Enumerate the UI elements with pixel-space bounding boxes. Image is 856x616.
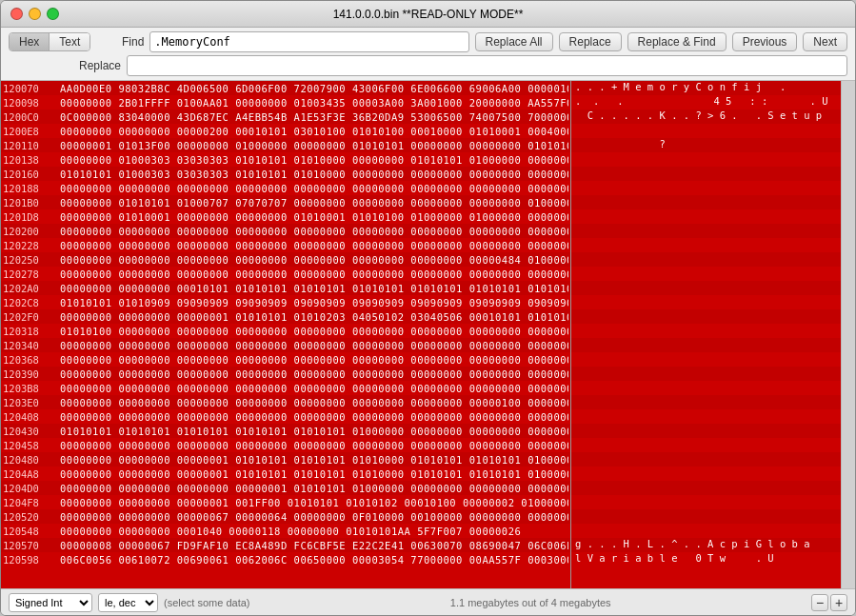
text-row[interactable] bbox=[571, 324, 841, 338]
statusbar: Signed Int Unsigned Int Float le, dec be… bbox=[1, 588, 855, 615]
text-row[interactable] bbox=[571, 381, 841, 395]
hex-row[interactable]: 12022800000000 00000000 00000000 0000000… bbox=[1, 238, 570, 252]
text-row[interactable] bbox=[571, 238, 841, 252]
row-bytes: 00000000 00000000 00000200 00010101 0301… bbox=[60, 126, 568, 137]
hex-row[interactable]: 12039000000000 00000000 00000000 0000000… bbox=[1, 367, 570, 381]
replace-all-button[interactable]: Replace All bbox=[475, 32, 553, 51]
find-input[interactable] bbox=[149, 31, 468, 52]
hex-row[interactable]: 1202A000000000 00000000 00010101 0101010… bbox=[1, 281, 570, 295]
hex-row[interactable]: 1201D800000000 01010001 00000000 0000000… bbox=[1, 209, 570, 224]
hex-row[interactable]: 12052000000000 00000000 00000067 0000006… bbox=[1, 509, 570, 524]
text-row[interactable] bbox=[571, 352, 841, 367]
text-row[interactable] bbox=[571, 495, 841, 509]
text-row[interactable] bbox=[571, 438, 841, 452]
close-button[interactable] bbox=[10, 8, 23, 20]
hex-row[interactable]: 12036800000000 00000000 00000000 0000000… bbox=[1, 352, 570, 367]
text-row[interactable] bbox=[571, 281, 841, 295]
hex-row[interactable]: 12018800000000 00000000 00000000 0000000… bbox=[1, 181, 570, 195]
hex-row[interactable]: 1202C801010101 01010909 09090909 0909090… bbox=[1, 295, 570, 309]
text-row[interactable]: ? bbox=[571, 138, 841, 152]
row-bytes: 01010100 00000000 00000000 00000000 0000… bbox=[60, 326, 568, 337]
format-select[interactable]: le, dec be, dec le, hex bbox=[98, 593, 158, 612]
hex-row[interactable]: 12040800000000 00000000 00000000 0000000… bbox=[1, 409, 570, 424]
hex-row[interactable]: 120598006C0056 00610072 00690061 0062006… bbox=[1, 552, 570, 566]
text-row[interactable] bbox=[571, 209, 841, 224]
replace-input[interactable] bbox=[127, 55, 847, 76]
row-bytes: 00000000 00000000 00000000 00000001 0101… bbox=[60, 483, 568, 494]
hex-row[interactable]: 12009800000000 2B01FFFF 0100AA01 0000000… bbox=[1, 95, 570, 109]
replace-button[interactable]: Replace bbox=[559, 32, 622, 51]
text-button[interactable]: Text bbox=[50, 33, 90, 50]
text-row[interactable] bbox=[571, 252, 841, 267]
text-row[interactable] bbox=[571, 509, 841, 524]
row-address: 1204D0 bbox=[3, 483, 56, 494]
hex-panel[interactable]: 120070AA0D00E0 98032B8C 4D006500 6D006F0… bbox=[1, 81, 570, 588]
row-bytes: 00000000 00000000 00000000 00000000 0000… bbox=[60, 397, 568, 408]
hex-row[interactable]: 12048000000000 00000000 00000001 0101010… bbox=[1, 452, 570, 467]
minimize-button[interactable] bbox=[29, 8, 41, 20]
text-row[interactable]: . bbox=[571, 481, 841, 495]
hex-row[interactable]: 1204D000000000 00000000 00000000 0000000… bbox=[1, 481, 570, 495]
maximize-button[interactable] bbox=[47, 8, 59, 20]
row-address: 120430 bbox=[3, 426, 56, 437]
replace-find-button[interactable]: Replace & Find bbox=[627, 32, 727, 51]
hex-row[interactable]: 12057000000008 00000067 FD9FAF10 EC8A489… bbox=[1, 538, 570, 552]
hex-row[interactable]: 12011000000001 01013F00 00000000 0100000… bbox=[1, 138, 570, 152]
text-row[interactable] bbox=[571, 338, 841, 352]
text-row[interactable] bbox=[571, 295, 841, 309]
hex-row[interactable]: 1204F800000000 00000000 00000001 001FF00… bbox=[1, 495, 570, 509]
text-row[interactable] bbox=[571, 195, 841, 209]
hex-row[interactable]: 12034000000000 00000000 00000000 0000000… bbox=[1, 338, 570, 352]
hex-row[interactable]: 1200C00C000000 83040000 43D687EC A4EBB54… bbox=[1, 109, 570, 124]
row-bytes: 00000000 01000303 03030303 01010101 0101… bbox=[60, 154, 568, 166]
hex-row[interactable]: 12020000000000 00000000 00000000 0000000… bbox=[1, 224, 570, 238]
row-bytes: 006C0056 00610072 00690061 0062006C 0065… bbox=[60, 554, 568, 566]
hex-button[interactable]: Hex bbox=[10, 33, 50, 50]
text-panel[interactable]: . . . + M e m o r y C o n f i j .. . . 4… bbox=[570, 81, 841, 588]
text-row[interactable] bbox=[571, 167, 841, 181]
row-address: 120570 bbox=[3, 540, 56, 551]
hex-row[interactable]: 12013800000000 01000303 03030303 0101010… bbox=[1, 152, 570, 167]
hex-row[interactable]: 12045800000000 00000000 00000000 0000000… bbox=[1, 438, 570, 452]
text-row[interactable] bbox=[571, 452, 841, 467]
text-row[interactable] bbox=[571, 124, 841, 138]
text-row[interactable] bbox=[571, 395, 841, 409]
row-bytes: 00000000 00000000 00000001 01010101 0101… bbox=[60, 311, 568, 323]
hex-row[interactable]: 1200E800000000 00000000 00000200 0001010… bbox=[1, 124, 570, 138]
titlebar: 141.0.0.0.bin **READ-ONLY MODE** bbox=[1, 1, 855, 28]
previous-button[interactable]: Previous bbox=[732, 32, 798, 51]
hex-row[interactable]: 1204A800000000 00000000 00000001 0101010… bbox=[1, 467, 570, 481]
text-row[interactable] bbox=[571, 181, 841, 195]
hex-row[interactable]: 12031801010100 00000000 00000000 0000000… bbox=[1, 324, 570, 338]
next-button[interactable]: Next bbox=[803, 32, 847, 51]
text-row[interactable] bbox=[571, 409, 841, 424]
text-row[interactable]: l V a r i a b l e 0 T w . U bbox=[571, 552, 841, 566]
text-row[interactable] bbox=[571, 224, 841, 238]
text-row[interactable] bbox=[571, 367, 841, 381]
hex-row[interactable]: 1202F000000000 00000000 00000001 0101010… bbox=[1, 309, 570, 324]
hex-row[interactable]: 1201B000000000 01010101 01000707 0707070… bbox=[1, 195, 570, 209]
text-row[interactable]: g . . . H . L . ^ . . A c p i G l o b a bbox=[571, 538, 841, 552]
hex-row[interactable]: 12054800000000 00000000 0001040 00000118… bbox=[1, 524, 570, 538]
hex-row[interactable]: 12025000000000 00000000 00000000 0000000… bbox=[1, 252, 570, 267]
hex-row[interactable]: 1203E000000000 00000000 00000000 0000000… bbox=[1, 395, 570, 409]
data-type-select[interactable]: Signed Int Unsigned Int Float bbox=[9, 593, 92, 612]
text-row[interactable] bbox=[571, 424, 841, 438]
text-row[interactable]: . U bbox=[571, 524, 841, 538]
hex-row[interactable]: 120070AA0D00E0 98032B8C 4D006500 6D006F0… bbox=[1, 81, 570, 95]
text-row[interactable]: . . . 4 5 : : . U bbox=[571, 95, 841, 109]
hex-row[interactable]: 12043001010101 01010101 01010101 0101010… bbox=[1, 424, 570, 438]
increase-size-button[interactable]: + bbox=[830, 594, 847, 611]
text-row[interactable] bbox=[571, 267, 841, 281]
text-row[interactable]: C . . . . . K . . ? > 6 . . S e t u p bbox=[571, 109, 841, 124]
text-row[interactable] bbox=[571, 309, 841, 324]
text-row[interactable] bbox=[571, 467, 841, 481]
scrollbar[interactable] bbox=[841, 81, 855, 588]
row-bytes: 00000000 00000000 00000000 00000000 0000… bbox=[60, 240, 568, 251]
hex-row[interactable]: 12027800000000 00000000 00000000 0000000… bbox=[1, 267, 570, 281]
text-row[interactable]: . . . + M e m o r y C o n f i j . bbox=[571, 81, 841, 95]
text-row[interactable] bbox=[571, 152, 841, 167]
decrease-size-button[interactable]: − bbox=[811, 594, 828, 611]
hex-row[interactable]: 12016001010101 01000303 03030303 0101010… bbox=[1, 167, 570, 181]
hex-row[interactable]: 1203B800000000 00000000 00000000 0000000… bbox=[1, 381, 570, 395]
